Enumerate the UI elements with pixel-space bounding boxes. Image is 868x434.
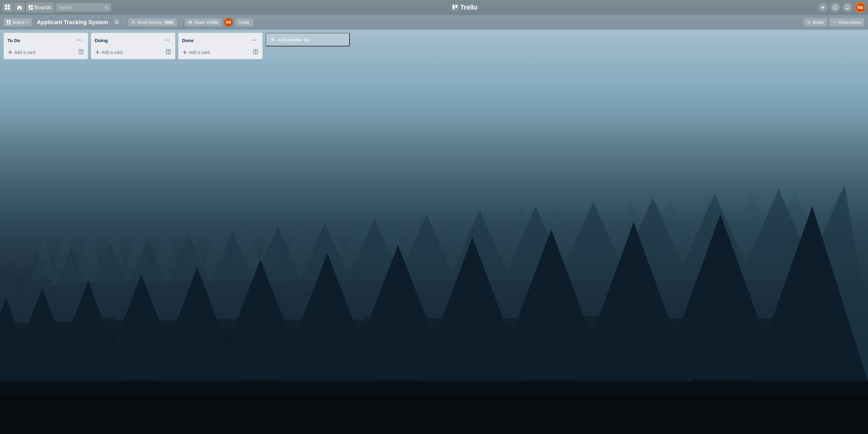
template-icon: [79, 49, 84, 54]
svg-rect-80: [9, 20, 10, 22]
list-todo-title: To Do: [7, 38, 74, 43]
plus-icon: [270, 37, 275, 42]
board-view-button[interactable]: Board: [4, 18, 32, 26]
notifications-button[interactable]: [843, 2, 852, 12]
user-avatar[interactable]: RB: [855, 2, 866, 13]
invite-label: Invite: [239, 20, 249, 25]
svg-rect-68: [31, 8, 33, 10]
visibility-button[interactable]: Team Visible: [185, 18, 222, 26]
svg-rect-81: [7, 24, 8, 25]
template-icon: [166, 49, 171, 54]
add-list-button[interactable]: Add another list: [266, 33, 350, 46]
trello-logo: Trello: [452, 3, 478, 11]
divider-1: [124, 19, 124, 26]
trees-background: [0, 108, 868, 434]
svg-rect-65: [29, 5, 30, 8]
bell-icon: [845, 5, 850, 10]
svg-point-86: [190, 21, 192, 22]
butler-button[interactable]: Butler: [804, 18, 827, 26]
add-card-todo-label: Add a card: [14, 50, 35, 55]
list-todo-footer: Add a card: [6, 47, 86, 57]
trello-logo-text: Trello: [460, 3, 478, 11]
list-done-header: Done ···: [181, 35, 260, 47]
add-card-todo-button[interactable]: Add a card: [7, 48, 78, 57]
butler-label: Butler: [813, 20, 824, 25]
list-doing-template-button[interactable]: [165, 48, 172, 57]
plus-icon: [820, 5, 825, 10]
visibility-label: Team Visible: [194, 20, 219, 25]
trello-logo-icon: [452, 4, 459, 11]
svg-rect-67: [29, 9, 30, 10]
add-card-doing-button[interactable]: Add a card: [94, 48, 165, 57]
free-badge: Free: [164, 20, 174, 25]
invite-button[interactable]: Invite: [235, 18, 253, 26]
avatar-initials: RB: [858, 5, 863, 10]
svg-rect-66: [31, 5, 33, 7]
svg-marker-83: [115, 20, 119, 24]
list-done-footer: Add a card: [181, 47, 260, 57]
list-todo-menu-button[interactable]: ···: [75, 36, 84, 44]
board-header: Board Applicant Tracking System Anvil De…: [0, 15, 868, 30]
topbar-left: Boards: [2, 2, 111, 13]
apps-button[interactable]: [2, 3, 13, 12]
list-todo: To Do ··· Add a card: [4, 33, 88, 59]
list-done-template-button[interactable]: [252, 48, 259, 57]
list-done-title: Done: [182, 38, 248, 43]
svg-point-85: [189, 21, 190, 22]
info-button[interactable]: [830, 2, 840, 12]
plus-icon: [8, 50, 12, 55]
workspace-label: Anvil Demos: [137, 20, 162, 25]
add-card-done-button[interactable]: Add a card: [181, 48, 252, 57]
boards-button[interactable]: Boards: [26, 2, 54, 13]
board-view-label: Board: [13, 20, 24, 25]
svg-rect-62: [8, 5, 10, 7]
star-button[interactable]: [113, 18, 120, 27]
plus-icon: [95, 50, 100, 55]
chevron-down-icon: [26, 21, 29, 24]
svg-rect-61: [5, 5, 7, 7]
add-card-doing-label: Add a card: [101, 50, 123, 55]
list-todo-template-button[interactable]: [78, 48, 85, 57]
show-menu-label: Show Menu: [838, 20, 861, 25]
boardbar-right: Butler ··· Show Menu: [804, 18, 864, 27]
star-icon: [114, 19, 119, 24]
list-doing: Doing ··· Add a card: [91, 33, 175, 59]
team-icon: [188, 20, 192, 25]
workspace-button[interactable]: Anvil Demos Free: [128, 18, 177, 26]
workspace-icon: [131, 20, 135, 25]
topbar-center: Trello: [112, 3, 816, 11]
template-icon: [253, 49, 258, 54]
svg-rect-82: [9, 23, 10, 25]
home-button[interactable]: [14, 3, 25, 12]
member-avatar[interactable]: RB: [224, 18, 233, 27]
list-doing-title: Doing: [95, 38, 161, 43]
boards-label: Boards: [34, 4, 52, 11]
search-icon: [104, 5, 108, 9]
svg-point-78: [835, 6, 836, 7]
svg-rect-72: [453, 5, 455, 9]
topbar-right: RB: [818, 2, 866, 13]
butler-icon: [807, 20, 811, 25]
svg-line-70: [107, 8, 108, 9]
top-navbar: Boards Trello: [0, 0, 868, 15]
add-card-done-label: Add a card: [189, 50, 210, 55]
list-doing-menu-button[interactable]: ···: [162, 36, 172, 44]
add-list-label: Add another list: [277, 37, 310, 42]
board-content: To Do ··· Add a card Doing: [0, 30, 868, 62]
search-input[interactable]: [55, 3, 111, 12]
svg-point-69: [105, 6, 107, 8]
show-menu-button[interactable]: ··· Show Menu: [830, 18, 864, 27]
board-title: Applicant Tracking System: [34, 18, 111, 27]
plus-icon: [183, 50, 187, 55]
member-initials: RB: [226, 21, 231, 24]
list-doing-header: Doing ···: [93, 35, 173, 47]
board-icon: [7, 20, 11, 25]
list-done: Done ··· Add a card: [178, 33, 262, 59]
list-done-menu-button[interactable]: ···: [249, 36, 259, 44]
list-todo-header: To Do ···: [6, 35, 86, 47]
add-button[interactable]: [818, 2, 828, 12]
svg-rect-64: [8, 7, 10, 9]
svg-rect-73: [455, 5, 457, 8]
svg-rect-79: [7, 20, 8, 23]
info-icon: [833, 5, 838, 10]
